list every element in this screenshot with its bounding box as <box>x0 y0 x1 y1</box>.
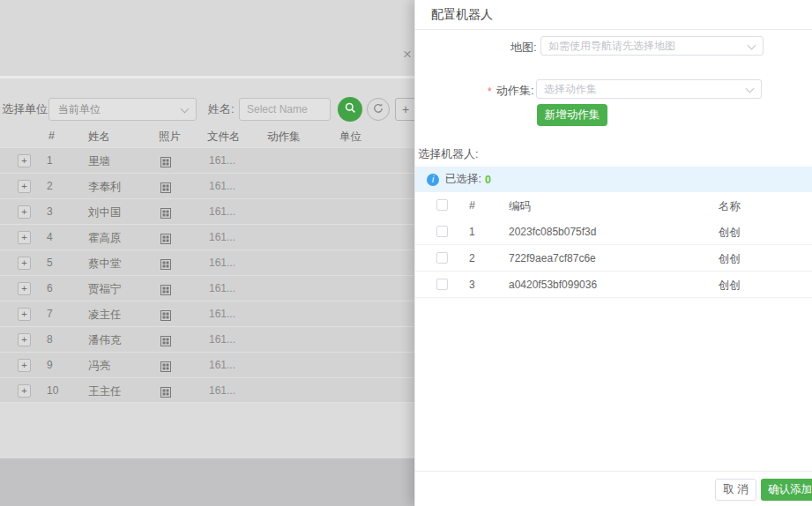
row-index: 7 <box>47 308 53 320</box>
actionset-select-placeholder: 选择动作集 <box>537 80 738 98</box>
col-header-index: # <box>48 130 55 142</box>
broken-image-icon <box>160 309 171 324</box>
info-icon: i <box>427 174 439 186</box>
cancel-button[interactable]: 取 消 <box>715 479 756 501</box>
expand-row-button[interactable]: + <box>18 359 31 372</box>
map-select-placeholder: 如需使用导航请先选择地图 <box>541 37 740 55</box>
actionset-select[interactable]: 选择动作集 <box>536 79 762 99</box>
confirm-add-button[interactable]: 确认添加 <box>761 479 812 501</box>
table-row[interactable]: + 2 李奉利 161... <box>0 173 414 198</box>
row-index: 10 <box>47 384 58 397</box>
add-actionset-button[interactable]: 新增动作集 <box>537 104 607 126</box>
chevron-down-icon <box>746 85 755 93</box>
unit-select-value: 当前单位 <box>58 103 101 115</box>
broken-image-icon <box>160 206 171 222</box>
robot-code: 2023fc085b075f3d <box>509 226 596 238</box>
row-file: 161... <box>209 384 235 397</box>
row-name: 霍高原 <box>88 231 122 246</box>
row-name: 冯亮 <box>88 359 110 374</box>
screen: × 选择单位: 当前单位 姓名: + # 姓名 照片 文件名 动作集 单位 + <box>0 0 812 506</box>
robot-row[interactable]: 1 2023fc085b075f3d 创创 <box>415 219 812 245</box>
table-row[interactable]: + 5 蔡中堂 161... <box>0 249 414 275</box>
unit-select[interactable]: 当前单位 <box>48 98 197 121</box>
expand-row-button[interactable]: + <box>18 180 31 193</box>
refresh-icon <box>372 102 384 117</box>
background-page: × 选择单位: 当前单位 姓名: + # 姓名 照片 文件名 动作集 单位 + <box>0 0 414 506</box>
table-row[interactable]: + 6 贾福宁 161... <box>0 275 414 301</box>
map-field-label: 地图: <box>510 40 537 56</box>
search-icon <box>344 101 357 117</box>
table-row[interactable]: + 1 里墙 161... <box>0 147 414 173</box>
row-name: 蔡中堂 <box>88 257 122 272</box>
close-icon[interactable]: × <box>399 46 416 63</box>
table-row[interactable]: + 4 霍高原 161... <box>0 224 414 249</box>
broken-image-icon <box>160 283 171 299</box>
select-all-checkbox[interactable] <box>436 199 448 211</box>
background-header-band <box>0 0 414 76</box>
expand-row-button[interactable]: + <box>18 384 31 398</box>
row-file: 161... <box>209 257 235 269</box>
robot-row[interactable]: 3 a0420f53bf099036 创创 <box>415 272 812 298</box>
table-row[interactable]: + 7 凌主任 161... <box>0 301 414 326</box>
row-index: 5 <box>47 257 53 269</box>
expand-row-button[interactable]: + <box>18 257 31 270</box>
expand-row-button[interactable]: + <box>18 154 31 167</box>
row-name: 贾福宁 <box>88 282 122 297</box>
broken-image-icon <box>160 257 171 273</box>
divider <box>415 471 812 472</box>
select-robot-label: 选择机器人: <box>418 146 479 162</box>
refresh-button[interactable] <box>367 98 390 121</box>
expand-row-button[interactable]: + <box>18 205 31 219</box>
robot-row[interactable]: 2 722f9aea7cf87c6e 创创 <box>415 245 812 272</box>
row-index: 1 <box>47 154 53 167</box>
row-file: 161... <box>209 308 235 320</box>
background-footer-band <box>0 458 414 506</box>
col-header-file: 文件名 <box>207 130 241 145</box>
table-row[interactable]: + 3 刘中国 161... <box>0 198 414 224</box>
name-search-input[interactable] <box>239 98 331 121</box>
row-file: 161... <box>209 154 235 167</box>
row-name: 刘中国 <box>88 205 122 220</box>
row-name: 王主任 <box>88 384 122 399</box>
row-file: 161... <box>209 205 235 218</box>
col-header-unit: 单位 <box>339 130 361 145</box>
row-checkbox[interactable] <box>436 226 448 237</box>
table-row[interactable]: + 9 冯亮 161... <box>0 352 414 377</box>
expand-row-button[interactable]: + <box>18 231 31 244</box>
robot-col-index: # <box>469 199 475 212</box>
table-row[interactable]: + 8 潘伟克 161... <box>0 326 414 352</box>
row-name: 里墙 <box>88 154 110 169</box>
row-file: 161... <box>209 333 235 346</box>
configure-robot-drawer: 配置机器人 地图: 如需使用导航请先选择地图 * 动作集: 选择动作集 新增动作… <box>414 0 812 506</box>
col-header-actionset: 动作集 <box>267 130 301 145</box>
row-checkbox[interactable] <box>436 252 448 264</box>
required-mark: * <box>488 86 492 98</box>
broken-image-icon <box>160 232 171 248</box>
broken-image-icon <box>160 155 171 171</box>
row-index: 9 <box>47 359 53 371</box>
robot-col-code: 编码 <box>509 199 531 214</box>
expand-row-button[interactable]: + <box>18 333 31 346</box>
divider <box>415 29 812 30</box>
row-index: 4 <box>47 231 53 243</box>
robot-col-name: 名称 <box>719 199 741 214</box>
broken-image-icon <box>160 181 171 197</box>
robot-name: 创创 <box>719 252 741 267</box>
row-index: 3 <box>47 205 53 218</box>
row-file: 161... <box>209 231 235 243</box>
robot-name: 创创 <box>719 279 741 294</box>
actionset-field-label: 动作集: <box>496 83 534 99</box>
map-select[interactable]: 如需使用导航请先选择地图 <box>540 36 764 56</box>
row-file: 161... <box>209 359 235 371</box>
robot-name: 创创 <box>719 226 741 241</box>
row-checkbox[interactable] <box>436 279 448 290</box>
expand-row-button[interactable]: + <box>18 308 31 321</box>
search-button[interactable] <box>338 97 362 122</box>
broken-image-icon <box>160 385 171 401</box>
table-row[interactable]: + 10 王主任 161... <box>0 377 414 403</box>
row-index: 2 <box>47 180 53 192</box>
unit-filter-label: 选择单位: <box>2 98 51 121</box>
chevron-down-icon <box>181 105 190 114</box>
selected-label: 已选择: <box>445 172 481 187</box>
expand-row-button[interactable]: + <box>18 282 31 295</box>
